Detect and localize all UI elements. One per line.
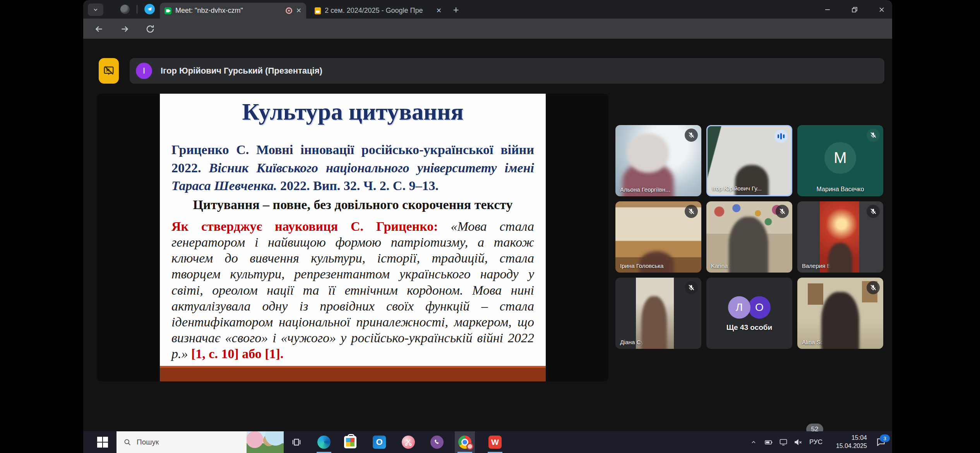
slide-footer-band	[160, 366, 546, 381]
presenter-avatar: І	[136, 63, 152, 79]
taskbar-edge-icon[interactable]	[314, 431, 334, 453]
taskbar-store-icon[interactable]	[340, 431, 360, 453]
volume-muted-icon[interactable]	[791, 431, 805, 453]
taskbar-wps-icon[interactable]: W	[485, 431, 505, 453]
windows-logo-icon	[97, 437, 108, 448]
tab-separator	[137, 5, 137, 14]
mic-off-icon	[685, 281, 698, 294]
participant-tile[interactable]: Karina Sorochan	[706, 201, 792, 273]
tray-chevron-icon[interactable]	[746, 431, 761, 453]
participant-tile[interactable]: Ірина Головська	[615, 201, 701, 273]
notification-count-badge: 3	[880, 434, 890, 442]
slides-favicon	[315, 7, 321, 14]
more-participants-tile[interactable]: Л О Ще 43 особи	[706, 278, 792, 349]
search-seasonal-art	[247, 431, 284, 453]
tray-date: 15.04.2025	[836, 442, 867, 450]
desktop: Meet: "nbz-dvhx-czm" ✕ 2 сем. 2024/2025 …	[83, 0, 892, 453]
search-placeholder: Пошук	[137, 438, 241, 446]
tab-meet-close-icon[interactable]: ✕	[296, 7, 302, 14]
slide-title: Культура цитування	[160, 98, 546, 125]
presenter-banner: І Ігор Юрійович Гурський (Презентація)	[130, 58, 884, 84]
taskbar-chrome-icon[interactable]	[455, 431, 475, 453]
tab-slides-label: 2 сем. 2024/2025 - Google Пре	[325, 7, 432, 15]
overflow-avatars: Л О	[728, 296, 771, 319]
tray-time: 15:04	[852, 434, 867, 442]
back-button[interactable]	[93, 22, 106, 36]
tab-strip: Meet: "nbz-dvhx-czm" ✕ 2 сем. 2024/2025 …	[83, 0, 892, 19]
mic-off-icon	[685, 129, 698, 142]
participant-tile[interactable]: Діана Сулима	[615, 278, 701, 349]
slide: Культура цитування Гриценко С. Мовні інн…	[160, 94, 546, 381]
recording-badge-icon	[466, 443, 473, 450]
window-close-button[interactable]	[873, 4, 891, 15]
window-minimize-button[interactable]	[819, 4, 836, 15]
tab-search-button[interactable]	[88, 3, 103, 16]
meet-page: І Ігор Юрійович Гурський (Презентація) К…	[83, 39, 892, 431]
slide-citation: Гриценко С. Мовні інновації російсько-ук…	[171, 141, 534, 195]
new-tab-button[interactable]: +	[450, 4, 462, 15]
participant-tile[interactable]: М Марина Васечко	[797, 125, 883, 196]
presenter-name: Ігор Юрійович Гурський (Презентація)	[161, 66, 322, 76]
mic-off-icon	[867, 129, 880, 142]
mic-off-icon	[867, 281, 880, 294]
taskbar-viber-icon[interactable]	[427, 431, 447, 453]
reload-button[interactable]	[144, 22, 157, 36]
participant-tile[interactable]: Валерия Выжга	[797, 201, 883, 273]
task-view-button[interactable]	[288, 431, 305, 453]
participant-tile-speaking[interactable]: Ігор Юрійович Гу...	[706, 125, 792, 196]
display-icon[interactable]	[776, 431, 791, 453]
avatar: М	[824, 142, 856, 174]
tab-meet[interactable]: Meet: "nbz-dvhx-czm" ✕	[160, 3, 306, 19]
tab-slides-close-icon[interactable]: ✕	[436, 7, 442, 14]
taskbar-outlook-icon[interactable]: O	[369, 431, 389, 453]
slide-subtitle: Цитування – повне, без довільного скороч…	[160, 197, 546, 212]
participants-grid: Альона Георгіївн... Ігор Юрійович Гу... …	[615, 125, 883, 349]
tab-meet-label: Meet: "nbz-dvhx-czm"	[175, 7, 282, 15]
participant-tile[interactable]: Альона Георгіївн...	[615, 125, 701, 196]
tab-recording-indicator-icon	[286, 7, 292, 14]
mic-off-icon	[685, 205, 698, 218]
language-indicator[interactable]: РУС	[805, 431, 826, 453]
window-restore-button[interactable]	[846, 4, 863, 15]
tab-slides[interactable]: 2 сем. 2024/2025 - Google Пре ✕	[310, 3, 446, 19]
windows-taskbar: Пошук O W РУС 15:	[83, 431, 892, 453]
speaking-indicator-icon	[774, 130, 788, 143]
taskbar-snipping-tool-icon[interactable]	[398, 431, 418, 453]
mic-off-icon	[776, 205, 789, 218]
pinned-tab-telegram-icon[interactable]	[144, 4, 155, 14]
pinned-tab-globe-icon[interactable]	[120, 5, 130, 14]
forward-button[interactable]	[118, 22, 131, 36]
search-icon	[123, 438, 131, 446]
participant-tile[interactable]: Alina Sorochan ...	[797, 278, 883, 349]
taskbar-clock[interactable]: 15:04 15.04.2025	[828, 431, 867, 453]
battery-icon[interactable]	[761, 431, 776, 453]
taskbar-search[interactable]: Пошук	[117, 431, 284, 453]
stop-presenting-button[interactable]	[99, 58, 119, 84]
mic-off-icon	[867, 205, 880, 218]
presentation-stage[interactable]: Культура цитування Гриценко С. Мовні інн…	[97, 94, 608, 381]
action-center-button[interactable]: 3	[871, 431, 891, 453]
browser-toolbar: meet.google.com/nbz-dvhx-czm?authuser=0&…	[83, 19, 892, 39]
meet-favicon	[164, 7, 171, 14]
slide-quote: Як стверджує науковиця С. Гриценко: «Мов…	[171, 218, 534, 362]
start-button[interactable]	[93, 431, 112, 453]
